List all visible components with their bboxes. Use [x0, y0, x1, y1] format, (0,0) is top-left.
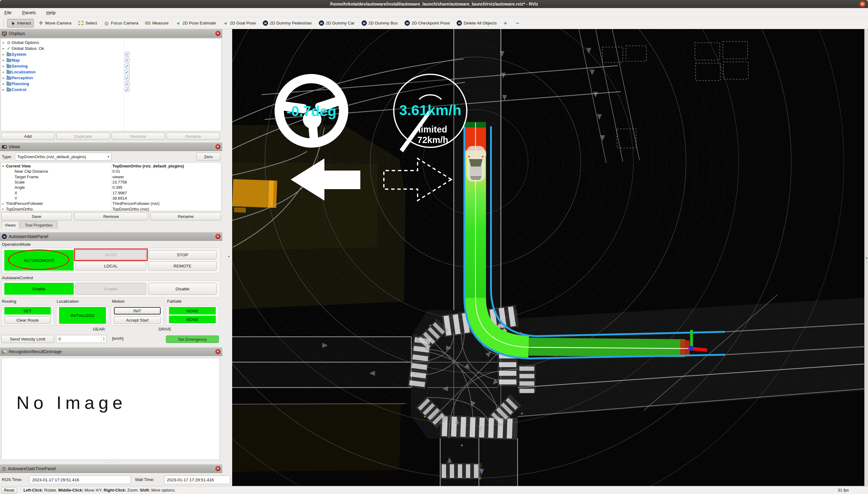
recognition-close-button[interactable]: ✕ [215, 349, 221, 354]
displays-tree[interactable]: ▸ Global Options ▸ Global Status: Ok [1, 38, 222, 131]
toolbar-button[interactable]: 2D Goal Pose [220, 19, 258, 27]
expander-icon[interactable]: ▸ [1, 82, 6, 86]
display-tree-row[interactable]: ▸ Perception [1, 75, 221, 81]
rename-view-button[interactable]: Rename [150, 212, 221, 221]
wall-time-field[interactable]: 2023-01-17 17:29:51.416 [164, 475, 230, 484]
expander-icon[interactable]: ▾ [1, 165, 5, 168]
display-tree-row[interactable]: ▸ Control [1, 87, 221, 93]
toolbar-button[interactable]: 2D Checkpoint Pose [402, 19, 452, 27]
toolbar-button[interactable]: Move Camera [36, 19, 74, 27]
expander-icon[interactable]: ▸ [1, 64, 6, 68]
display-tree-row[interactable]: ▸ Sensing [1, 63, 221, 69]
enabled-checkbox[interactable] [125, 52, 129, 57]
toolbar-button[interactable] [513, 19, 524, 27]
recognition-panel-header[interactable]: RecognitionResultOnImage ✕ [0, 347, 222, 356]
autoware-state-panel-header[interactable]: AutowareStatePanel ✕ [0, 232, 222, 241]
view-property-row[interactable]: Scale 23.7756 [1, 179, 221, 185]
set-emergency-button[interactable]: Set Emergency [166, 336, 219, 343]
toolbar-button[interactable]: Interact [7, 19, 34, 27]
display-tree-row[interactable]: ▸ System [1, 51, 221, 57]
accept-start-button[interactable]: Accept Start [114, 316, 161, 324]
send-velocity-limit-button[interactable]: Send Velocity Limit [1, 335, 54, 343]
menu-item[interactable]: Panels [21, 10, 37, 16]
enabled-checkbox[interactable] [125, 81, 129, 86]
toolbar-button[interactable]: 2D Pose Estimate [173, 19, 218, 27]
view-type-dropdown[interactable]: TopDownOrtho (rviz_default_plugins) [15, 153, 111, 160]
displays-action-button[interactable]: Add [1, 132, 55, 140]
expander-icon[interactable]: ▸ [1, 76, 6, 79]
views-panel-header[interactable]: Views ✕ [0, 142, 222, 151]
display-tree-row[interactable]: ▸ Global Options [1, 40, 221, 45]
toolbar-button[interactable]: Focus Camera [101, 19, 141, 27]
tab-tool-properties[interactable]: Tool Properties [20, 221, 58, 229]
toolbar-button[interactable] [501, 19, 511, 27]
expander-icon[interactable]: ▸ [1, 41, 6, 44]
enabled-checkbox[interactable] [125, 70, 129, 74]
enabled-checkbox[interactable] [125, 58, 129, 62]
datetime-close-button[interactable]: ✕ [215, 466, 221, 471]
tab-views[interactable]: Views [1, 221, 19, 229]
expander-icon[interactable]: ▸ [1, 70, 6, 74]
displays-action-button[interactable]: Duplicate [56, 132, 110, 140]
toolbar-button[interactable]: 2D Dummy Car [316, 19, 357, 27]
expander-icon[interactable]: ▸ [1, 53, 6, 56]
view-property-row[interactable]: Angle 0.395 [1, 185, 221, 190]
view-property-row[interactable]: Near Clip Distance 0.01 [1, 169, 221, 174]
display-tree-row[interactable]: ▸ Localization [1, 69, 221, 75]
displays-action-button[interactable]: Rename [167, 132, 220, 140]
view-property-row[interactable]: X 17.9987 [1, 190, 221, 195]
menu-item[interactable]: Help [45, 10, 57, 16]
enabled-checkbox[interactable] [125, 64, 129, 69]
reset-button[interactable]: Reset [1, 487, 17, 493]
remote-button[interactable]: REMOTE [148, 261, 217, 270]
panel-splitter[interactable] [0, 230, 222, 232]
expander-icon[interactable]: ▸ [1, 47, 6, 50]
view-property-row[interactable]: Target Frame viewer [1, 174, 221, 179]
panel-splitter[interactable] [0, 344, 222, 347]
disable-button[interactable]: Disable [148, 283, 217, 294]
displays-action-button[interactable]: Remove [111, 132, 165, 140]
auto-button[interactable]: AUTO [76, 250, 146, 259]
toolbar-button[interactable]: Select [76, 19, 100, 27]
expander-icon[interactable]: ▸ [1, 202, 5, 205]
view-property-row[interactable]: ▸ TopDownOrtho TopDownOrtho (rviz) [1, 206, 221, 211]
views-close-button[interactable]: ✕ [215, 144, 221, 149]
view-property-row[interactable]: ▸ ThirdPersonFollower ThirdPersonFollowe… [1, 201, 221, 206]
dock-splitter-arrow[interactable]: ◂ [228, 254, 229, 258]
toolbar-button[interactable]: 2D Dummy Bus [359, 19, 400, 27]
enabled-checkbox[interactable] [125, 87, 129, 92]
displays-panel-header[interactable]: Displays ✕ [0, 29, 222, 38]
save-view-button[interactable]: Save [1, 212, 72, 221]
spinner-arrows[interactable]: ▲▼ [101, 336, 106, 342]
panel-splitter[interactable] [0, 140, 222, 142]
velocity-limit-input[interactable]: 0 ▲▼ [56, 335, 107, 343]
window-close-button[interactable]: ✕ [859, 1, 866, 7]
ros-time-field[interactable]: 2023-01-17 17:29:51.416 [30, 475, 131, 484]
remove-view-button[interactable]: Remove [74, 212, 148, 221]
display-tree-row[interactable]: ▸ Global Status: Ok [1, 45, 221, 51]
view-property-row[interactable]: ▾ Current View TopDownOrtho (rviz_defaul… [1, 164, 221, 169]
enabled-checkbox[interactable] [125, 76, 129, 80]
init-button[interactable]: INIT [114, 307, 161, 315]
state-panel-close-button[interactable]: ✕ [215, 234, 221, 239]
3d-viewport[interactable]: -0.7deg 3.61km/h limited 72km/h [232, 29, 864, 486]
title-bar[interactable]: /home/hrkota/dev/autoware/install/autowa… [0, 0, 868, 8]
expander-icon[interactable]: ▸ [1, 58, 6, 62]
menu-item[interactable]: File [3, 10, 13, 16]
displays-close-button[interactable]: ✕ [215, 31, 221, 36]
enable-button[interactable]: Enable [76, 283, 146, 294]
display-tree-row[interactable]: ▸ Planning [1, 81, 221, 87]
stop-button[interactable]: STOP [148, 250, 217, 259]
expander-icon[interactable]: ▸ [1, 88, 6, 91]
view-property-row[interactable]: Y 38.6914 [1, 196, 221, 201]
display-tree-row[interactable]: ▸ Map [1, 57, 221, 63]
zero-button[interactable]: Zero [196, 153, 221, 160]
toolbar-button[interactable]: Delete All Objects [454, 19, 499, 27]
clear-route-button[interactable]: Clear Route [4, 316, 51, 324]
expander-icon[interactable]: ▸ [1, 207, 5, 210]
right-dock-splitter[interactable]: ◂ [864, 29, 868, 486]
views-property-tree[interactable]: ▾ Current View TopDownOrtho (rviz_defaul… [1, 162, 222, 211]
datetime-panel-header[interactable]: AutowareDateTimePanel ✕ [0, 464, 222, 473]
local-button[interactable]: LOCAL [76, 261, 146, 270]
toolbar-button[interactable]: Measure [143, 19, 171, 27]
